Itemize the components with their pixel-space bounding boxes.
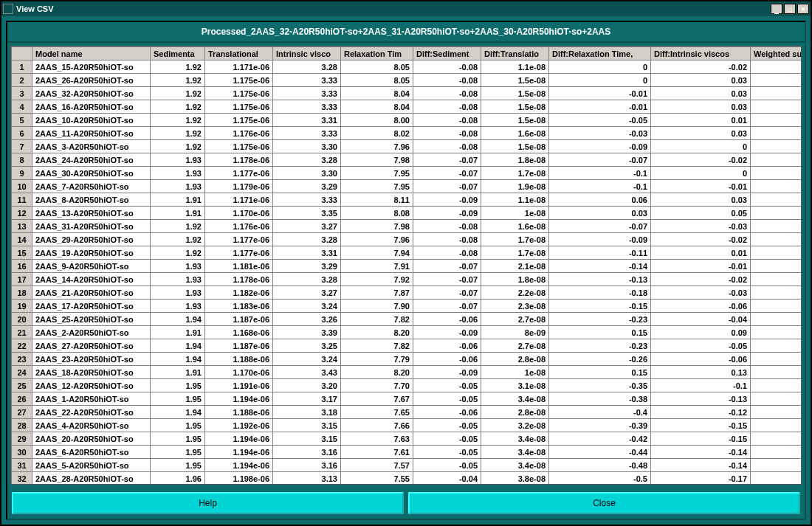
- data-cell[interactable]: 3.24: [273, 300, 341, 313]
- data-cell[interactable]: -0.06: [413, 406, 481, 419]
- table-row[interactable]: 52AAS_10-A20R50hiOT-so1.921.175e-063.318…: [12, 114, 802, 127]
- row-number[interactable]: 19: [12, 300, 32, 313]
- data-cell[interactable]: -0.07: [413, 260, 481, 273]
- data-cell[interactable]: 3.29: [273, 180, 341, 193]
- data-cell[interactable]: -0.04: [651, 313, 751, 326]
- table-row[interactable]: 272AAS_22-A20R50hiOT-so1.941.188e-063.18…: [12, 406, 802, 419]
- model-cell[interactable]: 2AAS_13-A20R50hiOT-so: [32, 207, 151, 220]
- data-cell[interactable]: 7.95: [341, 167, 413, 180]
- data-cell[interactable]: 1e-08: [481, 207, 549, 220]
- data-cell[interactable]: 0.12: [751, 392, 802, 406]
- row-number[interactable]: 20: [12, 313, 32, 326]
- data-cell[interactable]: 1.178e-06: [205, 153, 273, 167]
- table-row[interactable]: 192AAS_17-A20R50hiOT-so1.931.183e-063.24…: [12, 300, 802, 313]
- data-cell[interactable]: -0.08: [413, 246, 481, 260]
- data-cell[interactable]: 7.79: [341, 353, 413, 366]
- data-cell[interactable]: -0.14: [651, 459, 751, 472]
- data-cell[interactable]: 0: [549, 60, 651, 74]
- data-cell[interactable]: 1.178e-06: [205, 273, 273, 286]
- data-cell[interactable]: 1.7e-08: [481, 246, 549, 260]
- data-cell[interactable]: -0.1: [549, 167, 651, 180]
- data-cell[interactable]: -0.04: [413, 472, 481, 485]
- data-cell[interactable]: 0.03: [751, 207, 802, 220]
- column-header[interactable]: Translational: [205, 47, 273, 60]
- data-cell[interactable]: -0.15: [549, 300, 651, 313]
- data-cell[interactable]: -0.02: [651, 60, 751, 74]
- data-cell[interactable]: 1e-08: [481, 366, 549, 379]
- data-cell[interactable]: 7.98: [341, 153, 413, 167]
- data-cell[interactable]: 1.95: [151, 446, 205, 459]
- row-number[interactable]: 12: [12, 207, 32, 220]
- row-number[interactable]: 30: [12, 446, 32, 459]
- data-cell[interactable]: -0.09: [549, 140, 651, 153]
- model-cell[interactable]: 2AAS_3-A20R50hiOT-so: [32, 140, 151, 153]
- data-cell[interactable]: 3.15: [273, 419, 341, 432]
- data-cell[interactable]: 1.95: [151, 459, 205, 472]
- data-cell[interactable]: -0.09: [413, 193, 481, 207]
- data-cell[interactable]: -0.05: [413, 459, 481, 472]
- data-cell[interactable]: 3.27: [273, 220, 341, 233]
- data-cell[interactable]: 1.94: [151, 313, 205, 326]
- data-cell[interactable]: 0.064: [751, 313, 802, 326]
- data-cell[interactable]: 1.92: [151, 74, 205, 87]
- data-cell[interactable]: 3.16: [273, 446, 341, 459]
- data-cell[interactable]: 1.175e-06: [205, 74, 273, 87]
- data-cell[interactable]: 1.92: [151, 100, 205, 114]
- data-cell[interactable]: -0.06: [651, 353, 751, 366]
- table-row[interactable]: 42AAS_16-A20R50hiOT-so1.921.175e-063.338…: [12, 100, 802, 114]
- row-number[interactable]: 24: [12, 366, 32, 379]
- data-cell[interactable]: 0.105: [751, 379, 802, 392]
- data-cell[interactable]: 0.135: [751, 446, 802, 459]
- data-cell[interactable]: -0.07: [413, 153, 481, 167]
- data-cell[interactable]: 1.181e-06: [205, 260, 273, 273]
- data-cell[interactable]: 7.94: [341, 246, 413, 260]
- data-cell[interactable]: 8e-09: [481, 326, 549, 339]
- data-cell[interactable]: 7.87: [341, 286, 413, 300]
- data-cell[interactable]: 7.90: [341, 300, 413, 313]
- data-cell[interactable]: 1.176e-06: [205, 220, 273, 233]
- data-cell[interactable]: 8.05: [341, 74, 413, 87]
- data-cell[interactable]: 1.92: [151, 233, 205, 246]
- model-cell[interactable]: 2AAS_20-A20R50hiOT-so: [32, 432, 151, 446]
- column-header[interactable]: Diff:Relaxation Time,: [549, 47, 651, 60]
- data-cell[interactable]: 7.96: [341, 233, 413, 246]
- data-cell[interactable]: 1.5e-08: [481, 87, 549, 100]
- data-cell[interactable]: 1.7e-08: [481, 233, 549, 246]
- table-row[interactable]: 172AAS_14-A20R50hiOT-so1.931.178e-063.28…: [12, 273, 802, 286]
- data-cell[interactable]: 1.1e-08: [481, 193, 549, 207]
- data-cell[interactable]: -0.15: [651, 432, 751, 446]
- data-cell[interactable]: 0.03: [651, 87, 751, 100]
- data-cell[interactable]: 1.93: [151, 167, 205, 180]
- data-cell[interactable]: -0.08: [413, 220, 481, 233]
- data-cell[interactable]: 3.16: [273, 459, 341, 472]
- table-row[interactable]: 322AAS_28-A20R50hiOT-so1.961.198e-063.13…: [12, 472, 802, 485]
- data-cell[interactable]: 2.1e-08: [481, 260, 549, 273]
- row-number[interactable]: 11: [12, 193, 32, 207]
- data-cell[interactable]: 0.019: [751, 100, 802, 114]
- data-cell[interactable]: 7.95: [341, 180, 413, 193]
- table-row[interactable]: 202AAS_25-A20R50hiOT-so1.941.187e-063.26…: [12, 313, 802, 326]
- model-cell[interactable]: 2AAS_21-A20R50hiOT-so: [32, 286, 151, 300]
- data-cell[interactable]: 3.4e-08: [481, 432, 549, 446]
- data-cell[interactable]: -0.48: [549, 459, 651, 472]
- data-cell[interactable]: 1.182e-06: [205, 286, 273, 300]
- data-cell[interactable]: 0.027: [751, 167, 802, 180]
- data-cell[interactable]: 0.01: [651, 246, 751, 260]
- row-number[interactable]: 14: [12, 233, 32, 246]
- data-cell[interactable]: 0.03: [751, 180, 802, 193]
- data-cell[interactable]: -0.02: [651, 233, 751, 246]
- data-cell[interactable]: 0.143: [751, 459, 802, 472]
- data-cell[interactable]: -0.13: [651, 392, 751, 406]
- data-cell[interactable]: 0.032: [751, 233, 802, 246]
- data-cell[interactable]: 0.026: [751, 140, 802, 153]
- column-header[interactable]: Diff:Sediment: [413, 47, 481, 60]
- data-cell[interactable]: 8.02: [341, 127, 413, 140]
- model-cell[interactable]: 2AAS_16-A20R50hiOT-so: [32, 100, 151, 114]
- data-cell[interactable]: 3.35: [273, 207, 341, 220]
- data-cell[interactable]: 3.20: [273, 379, 341, 392]
- data-cell[interactable]: -0.05: [413, 379, 481, 392]
- data-cell[interactable]: 3.1e-08: [481, 379, 549, 392]
- data-cell[interactable]: 7.65: [341, 406, 413, 419]
- data-cell[interactable]: 0.014: [751, 60, 802, 74]
- data-cell[interactable]: 2.8e-08: [481, 353, 549, 366]
